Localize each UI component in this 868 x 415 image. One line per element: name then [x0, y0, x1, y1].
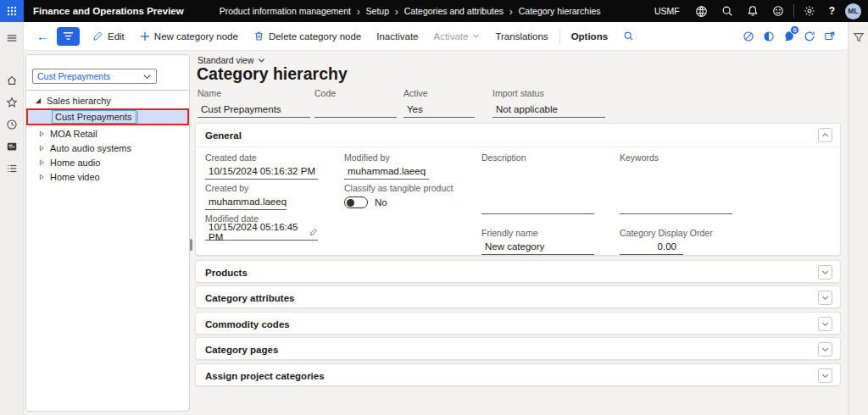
tree-node[interactable]: Auto audio systems	[26, 141, 189, 155]
section-assign-project-categories-header[interactable]: Assign project categories	[196, 364, 840, 387]
nav-workspaces-icon[interactable]	[0, 136, 24, 158]
tree-node[interactable]: MOA Retail	[26, 126, 189, 141]
section-general-header[interactable]: General	[196, 124, 840, 147]
field-friendly-name-value[interactable]: New category	[481, 239, 594, 255]
breadcrumb-item[interactable]: Categories and attributes	[404, 6, 504, 16]
filter-funnel-icon[interactable]	[850, 29, 867, 46]
category-tree: Sales hierarchy Cust Prepayments MOA Ret…	[26, 90, 189, 411]
section-category-attributes-header[interactable]: Category attributes	[196, 286, 840, 309]
breadcrumb-item[interactable]: Category hierarchies	[519, 6, 601, 16]
field-keywords-value[interactable]	[620, 163, 732, 214]
field-code-value[interactable]	[314, 101, 397, 118]
open-new-window-icon[interactable]	[821, 27, 839, 46]
expand-section-button[interactable]	[818, 317, 832, 331]
section-commodity-codes-header[interactable]: Commodity codes	[196, 313, 840, 335]
collapse-section-button[interactable]	[818, 128, 832, 142]
expand-section-button[interactable]	[818, 290, 832, 305]
magnifier-icon	[623, 30, 634, 42]
message-bubble-icon[interactable]: 0	[780, 27, 798, 46]
tree-node-sales-hierarchy[interactable]: Sales hierarchy	[26, 93, 189, 108]
field-friendly-name: Friendly name New category	[481, 228, 594, 255]
section-products: Products	[195, 260, 841, 283]
expand-section-button[interactable]	[818, 342, 832, 357]
expand-section-button[interactable]	[818, 368, 832, 383]
hierarchy-selector-combobox[interactable]: Cust Prepayments	[32, 69, 157, 84]
section-category-pages-header[interactable]: Category pages	[196, 338, 840, 361]
field-display-order-value[interactable]: 0.00	[620, 239, 683, 255]
tree-collapsed-icon[interactable]	[36, 159, 47, 166]
chevron-down-icon	[142, 72, 152, 81]
nav-hamburger-icon[interactable]	[0, 27, 24, 49]
field-active-value[interactable]: Yes	[403, 101, 475, 118]
edit-button[interactable]: Edit	[85, 22, 132, 50]
settings-gear-icon[interactable]	[797, 0, 822, 22]
section-assign-project-categories: Assign project categories	[195, 363, 841, 386]
notifications-bell-icon[interactable]	[740, 0, 765, 22]
nav-modules-list-icon[interactable]	[0, 158, 24, 180]
breadcrumb-item[interactable]: Product information management	[220, 6, 351, 16]
field-tangible-toggle: Classify as tangible product No	[344, 183, 463, 208]
field-name: Name Cust Prepayments	[198, 87, 310, 118]
help-icon[interactable]: ?	[822, 0, 842, 22]
panel-splitter-handle[interactable]	[190, 239, 192, 251]
tenant-globe-icon[interactable]	[688, 0, 715, 22]
hierarchy-selector-value: Cust Prepayments	[37, 71, 142, 81]
back-button[interactable]: ←	[31, 29, 55, 43]
field-created-date-value[interactable]: 10/15/2024 05:16:32 PM	[205, 163, 318, 180]
field-name-value[interactable]: Cust Prepayments	[198, 101, 310, 118]
field-created-by-value[interactable]: muhammad.laeeq	[205, 194, 287, 210]
new-category-node-button[interactable]: New category node	[132, 22, 246, 50]
refresh-icon[interactable]	[800, 27, 819, 46]
message-count-badge: 0	[790, 25, 799, 35]
half-circle-icon[interactable]	[760, 27, 778, 46]
section-products-header[interactable]: Products	[196, 261, 840, 284]
tree-node[interactable]: Home audio	[26, 155, 189, 169]
edit-pencil-icon[interactable]	[309, 228, 318, 236]
expand-section-button[interactable]	[818, 265, 832, 279]
breadcrumb-separator-icon: ›	[357, 5, 360, 17]
tree-collapsed-icon[interactable]	[36, 130, 47, 137]
activate-button[interactable]: Activate	[426, 22, 487, 50]
delete-category-node-button[interactable]: Delete category node	[246, 22, 369, 50]
nav-recent-clock-icon[interactable]	[0, 113, 24, 136]
feedback-smiley-icon[interactable]	[765, 0, 791, 22]
right-filter-rail	[848, 22, 868, 415]
field-description-value[interactable]	[481, 163, 594, 214]
page-title: Category hierarchy	[197, 64, 348, 84]
tree-node-rename-input[interactable]: Cust Prepayments	[52, 110, 136, 124]
tree-collapsed-icon[interactable]	[36, 174, 47, 180]
pencil-icon	[92, 30, 103, 42]
nav-home-icon[interactable]	[0, 69, 24, 91]
tree-node-selected[interactable]: Cust Prepayments	[26, 108, 189, 125]
pane-toggle-button[interactable]	[57, 27, 80, 46]
breadcrumb: Product information management › Setup ›…	[220, 6, 601, 16]
top-bar: Finance and Operations Preview Product i…	[0, 0, 868, 22]
nav-favorites-star-icon[interactable]	[0, 91, 24, 113]
tree-node[interactable]: Home video	[26, 169, 189, 184]
section-general: General Created date 10/15/2024 05:16:32…	[195, 123, 841, 256]
translations-button[interactable]: Translations	[487, 22, 555, 50]
chevron-down-icon	[258, 57, 265, 64]
search-icon[interactable]	[715, 0, 740, 22]
toolbar-right-icons: 0	[739, 27, 841, 46]
field-active: Active Yes	[403, 87, 475, 118]
user-avatar[interactable]: ML	[845, 3, 861, 19]
tree-collapsed-icon[interactable]	[36, 145, 47, 152]
waffle-menu-button[interactable]	[0, 0, 24, 22]
field-import-status-value[interactable]: Not applicable	[492, 101, 605, 118]
app-title[interactable]: Finance and Operations Preview	[24, 6, 196, 16]
inactivate-button[interactable]: Inactivate	[369, 22, 426, 50]
options-tab[interactable]: Options	[564, 22, 615, 50]
tree-expanded-icon[interactable]	[33, 97, 43, 104]
section-category-attributes: Category attributes	[195, 285, 841, 308]
tangible-toggle[interactable]: No	[344, 196, 463, 208]
toolbar-search-button[interactable]	[615, 22, 642, 50]
breadcrumb-item[interactable]: Setup	[366, 6, 389, 16]
toggle-switch-off-icon	[344, 196, 368, 208]
field-modified-date: Modified date 10/15/2024 05:16:45 PM	[205, 213, 318, 241]
field-modified-date-value[interactable]: 10/15/2024 05:16:45 PM	[205, 224, 318, 241]
text-cursor	[137, 111, 138, 123]
field-modified-by-value[interactable]: muhammad.laeeq	[344, 163, 429, 180]
company-picker[interactable]: USMF	[648, 0, 688, 22]
slashed-circle-icon[interactable]	[739, 27, 758, 46]
